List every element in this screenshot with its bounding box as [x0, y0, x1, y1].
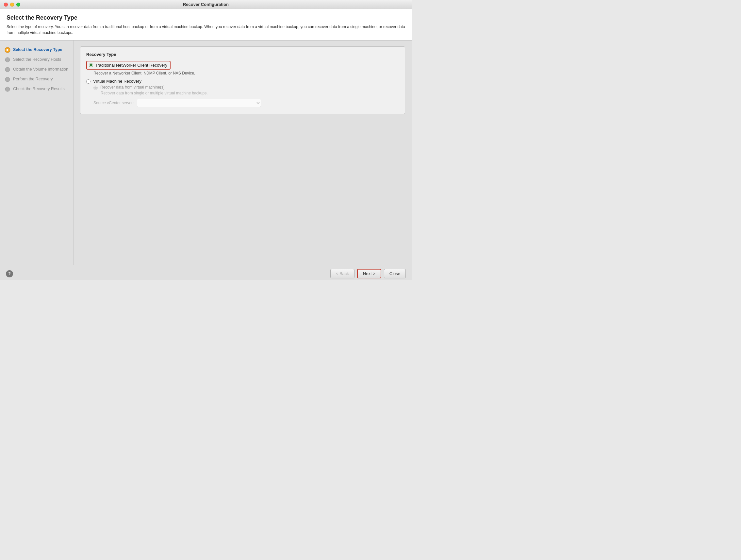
traditional-label[interactable]: Traditional NetWorker Client Recovery — [95, 63, 167, 68]
traditional-radio[interactable] — [89, 63, 93, 67]
sidebar-item-step1-label: Select the Recovery Type — [13, 47, 62, 53]
step4-inactive-icon — [5, 76, 10, 82]
traditional-description: Recover a Networker Client, NDMP Client,… — [93, 71, 399, 75]
vm-data-radio — [93, 86, 98, 90]
recovery-type-panel: Recovery Type Traditional NetWorker Clie… — [80, 47, 405, 114]
back-button[interactable]: < Back — [330, 269, 354, 278]
footer-right: < Back Next > Close — [330, 269, 406, 278]
sidebar-item-step2[interactable]: Select the Recovery Hosts — [0, 55, 73, 65]
page-title: Select the Recovery Type — [7, 14, 405, 21]
minimize-button-traffic[interactable] — [10, 3, 14, 7]
sidebar-item-step1[interactable]: Select the Recovery Type — [0, 45, 73, 55]
vm-radio[interactable] — [86, 79, 90, 84]
window-controls — [4, 3, 20, 7]
sidebar-item-step5[interactable]: Check the Recovery Results — [0, 84, 73, 94]
vm-suboption-label: Recover data from virtual machine(s) — [100, 85, 165, 89]
vm-suboption-row: Recover data from virtual machine(s) — [93, 85, 399, 90]
svg-point-2 — [5, 58, 10, 62]
step2-inactive-icon — [5, 57, 10, 63]
header-description: Select the type of recovery. You can rec… — [7, 24, 405, 36]
svg-point-5 — [5, 87, 10, 91]
traditional-option-highlight: Traditional NetWorker Client Recovery — [86, 61, 171, 70]
vcenter-select[interactable] — [137, 99, 261, 107]
vm-option-row: Virtual Machine Recovery — [86, 79, 399, 84]
vcenter-label: Source vCenter server: — [93, 100, 134, 105]
sidebar-item-step4[interactable]: Perform the Recovery — [0, 74, 73, 84]
next-button[interactable]: Next > — [357, 269, 381, 278]
window-title: Recover Configuration — [183, 2, 229, 7]
sidebar-item-step2-label: Select the Recovery Hosts — [13, 57, 61, 62]
vm-suboption-description: Recover data from single or multiple vir… — [100, 91, 399, 95]
close-button[interactable]: Close — [384, 269, 406, 278]
header-section: Select the Recovery Type Select the type… — [0, 9, 412, 41]
footer-left: ? — [6, 270, 13, 277]
vcenter-row: Source vCenter server: — [93, 99, 399, 107]
close-button-traffic[interactable] — [4, 3, 8, 7]
step5-inactive-icon — [5, 86, 10, 92]
sidebar: Select the Recovery Type Select the Reco… — [0, 41, 73, 265]
step1-active-icon — [5, 47, 10, 53]
footer: ? < Back Next > Close — [0, 265, 412, 280]
maximize-button-traffic[interactable] — [16, 3, 20, 7]
sidebar-item-step4-label: Perform the Recovery — [13, 76, 53, 82]
sidebar-item-step3[interactable]: Obtain the Volume Information — [0, 65, 73, 74]
svg-point-3 — [5, 67, 10, 72]
vm-label[interactable]: Virtual Machine Recovery — [93, 79, 141, 84]
content-area: Recovery Type Traditional NetWorker Clie… — [73, 41, 412, 265]
panel-title: Recovery Type — [86, 52, 399, 57]
help-button[interactable]: ? — [6, 270, 13, 277]
sidebar-item-step5-label: Check the Recovery Results — [13, 86, 65, 92]
main-layout: Select the Recovery Type Select the Reco… — [0, 41, 412, 265]
sidebar-item-step3-label: Obtain the Volume Information — [13, 67, 68, 72]
titlebar: Recover Configuration — [0, 0, 412, 9]
svg-point-4 — [5, 77, 10, 82]
step3-inactive-icon — [5, 67, 10, 73]
